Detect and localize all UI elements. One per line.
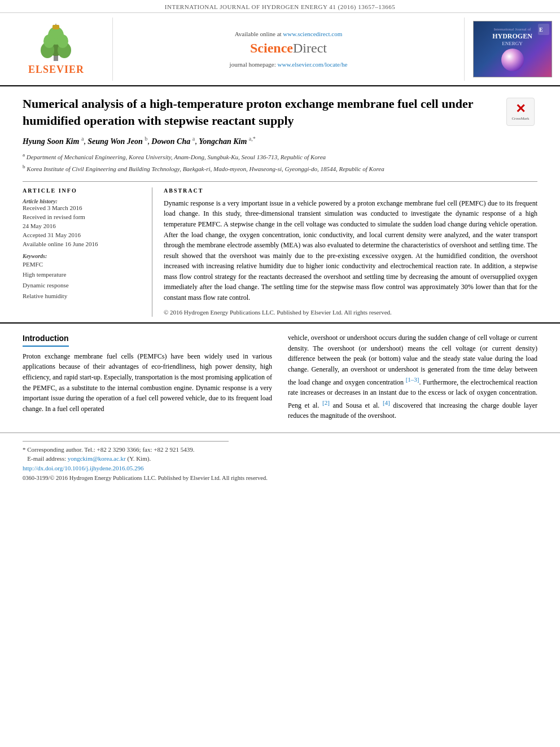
footer-copyright: 0360-3199/© 2016 Hydrogen Energy Publica… (23, 475, 537, 481)
affil-2-text: Korea Institute of Civil Engineering and… (27, 165, 384, 172)
cover-hydrogen: HYDROGEN (492, 32, 532, 41)
doi-link[interactable]: http://dx.doi.org/10.1016/j.ijhydene.201… (23, 465, 144, 471)
author-1-sup: a (81, 136, 84, 142)
author-3-sup: a (193, 136, 195, 142)
ref-4[interactable]: [4] (383, 399, 390, 406)
abstract-text: Dynamic response is a very important iss… (164, 198, 537, 303)
abstract-copyright: © 2016 Hydrogen Energy Publications LLC.… (164, 308, 537, 317)
article-title: Numerical analysis of a high-temperature… (23, 95, 497, 129)
available-text: Available online at www.sciencedirect.co… (235, 30, 343, 37)
intro-col1-text: Proton exchange membrane fuel cells (PEM… (23, 351, 272, 414)
email-note: E-mail address: yongckim@korea.ac.kr (Y.… (23, 454, 537, 464)
author-4-sup: a,* (249, 136, 256, 142)
affil-1-text: Department of Mechanical Engineering, Ko… (27, 154, 326, 160)
crossmark-x-icon: ✕ (515, 103, 526, 115)
homepage-url[interactable]: www.elsevier.com/locate/he (278, 61, 348, 68)
svg-point-6 (57, 34, 68, 48)
keyword-3: Dynamic response (23, 280, 141, 291)
accepted-date: Accepted 31 May 2016 (23, 231, 141, 238)
author-2-sup: b (145, 136, 147, 142)
email-link[interactable]: yongckim@korea.ac.kr (68, 455, 126, 462)
affil-2: b Korea Institute of Civil Engineering a… (23, 163, 537, 173)
available-date: Available online 16 June 2016 (23, 241, 141, 247)
keywords-list: PEMFC High temperature Dynamic response … (23, 259, 141, 302)
journal-bar-text: INTERNATIONAL JOURNAL OF HYDROGEN ENERGY… (165, 3, 395, 10)
email-label: E-mail address: (27, 455, 66, 462)
elsevier-wordmark: ELSEVIER (28, 64, 84, 76)
cover-orb (501, 49, 524, 71)
revised-date: 24 May 2016 (23, 222, 141, 229)
keyword-2: High temperature (23, 269, 141, 280)
corresponding-note: * Corresponding author. Tel.: +82 2 3290… (23, 445, 537, 455)
crossmark-label: CrossMark (511, 116, 529, 121)
author-2: Seung Won Jeon (88, 137, 143, 146)
cover-energy: ENERGY (502, 41, 523, 46)
keyword-1: PEMFC (23, 259, 141, 270)
sciencedirect-area: Available online at www.sciencedirect.co… (113, 18, 464, 81)
elsevier-logo: ELSEVIER (28, 23, 84, 76)
doi-note: http://dx.doi.org/10.1016/j.ijhydene.201… (23, 464, 537, 473)
affiliations: a Department of Mechanical Engineering, … (23, 151, 537, 173)
revised-label: Received in revised form (23, 213, 141, 220)
history-label: Article history: (23, 198, 141, 204)
author-1: Hyung Soon Kim (23, 137, 79, 146)
history-group: Article history: Received 3 March 2016 R… (23, 198, 141, 247)
keyword-4: Relative humidity (23, 291, 141, 302)
two-col-section: ARTICLE INFO Article history: Received 3… (23, 181, 537, 317)
journal-homepage: journal homepage: www.elsevier.com/locat… (230, 61, 348, 68)
corresponding-text: * Corresponding author. Tel.: +82 2 3290… (23, 446, 194, 453)
main-content: Introduction Proton exchange membrane fu… (0, 324, 560, 427)
elsevier-tree-icon (33, 23, 78, 63)
intro-col2-text: vehicle, overshoot or undershoot occurs … (288, 333, 537, 421)
ref-1-3[interactable]: [1–3] (406, 376, 419, 383)
keywords-label: Keywords: (23, 253, 141, 259)
crossmark-area[interactable]: ✕ CrossMark (506, 98, 537, 126)
abstract-col: ABSTRACT Dynamic response is a very impo… (152, 187, 537, 317)
footnote-separator (23, 441, 229, 442)
sciencedirect-logo: ScienceDirect (250, 40, 327, 56)
keywords-group: Keywords: PEMFC High temperature Dynamic… (23, 253, 141, 302)
author-3: Dowon Cha (151, 137, 190, 146)
affil-2-sup: b (23, 164, 25, 169)
elsevier-small-icon: E (538, 24, 549, 35)
introduction-heading: Introduction (23, 333, 272, 347)
author-4: Yongchan Kim (199, 137, 247, 146)
svg-point-5 (43, 34, 55, 48)
journal-cover: International Journal of HYDROGEN ENERGY… (473, 21, 552, 77)
footer-area: * Corresponding author. Tel.: +82 2 3290… (0, 433, 560, 487)
svg-text:E: E (539, 27, 543, 33)
cover-line1: International Journal of (494, 27, 531, 32)
abstract-heading: ABSTRACT (164, 187, 537, 194)
article-info-col: ARTICLE INFO Article history: Received 3… (23, 187, 152, 317)
affil-1-sup: a (23, 152, 25, 158)
crossmark-badge[interactable]: ✕ CrossMark (506, 98, 535, 126)
authors-line: Hyung Soon Kim a, Seung Won Jeon b, Dowo… (23, 134, 537, 148)
affil-1: a Department of Mechanical Engineering, … (23, 151, 537, 161)
introduction-two-col: Introduction Proton exchange membrane fu… (23, 333, 537, 421)
intro-col-left: Introduction Proton exchange membrane fu… (23, 333, 272, 421)
article-info-heading: ARTICLE INFO (23, 187, 141, 194)
intro-col-right: vehicle, overshoot or undershoot occurs … (288, 333, 537, 421)
sd-url[interactable]: www.sciencedirect.com (283, 30, 342, 37)
email-suffix: (Y. Kim). (127, 455, 151, 462)
article-title-row: Numerical analysis of a high-temperature… (23, 95, 537, 129)
header-area: ELSEVIER Available online at www.science… (0, 13, 560, 86)
ref-2[interactable]: [2] (322, 399, 330, 406)
received-date: Received 3 March 2016 (23, 204, 141, 211)
elsevier-logo-area: ELSEVIER (0, 18, 113, 81)
svg-rect-7 (53, 25, 59, 29)
article-area: Numerical analysis of a high-temperature… (0, 86, 560, 324)
journal-cover-area: International Journal of HYDROGEN ENERGY… (464, 18, 560, 81)
journal-bar: INTERNATIONAL JOURNAL OF HYDROGEN ENERGY… (0, 0, 560, 13)
